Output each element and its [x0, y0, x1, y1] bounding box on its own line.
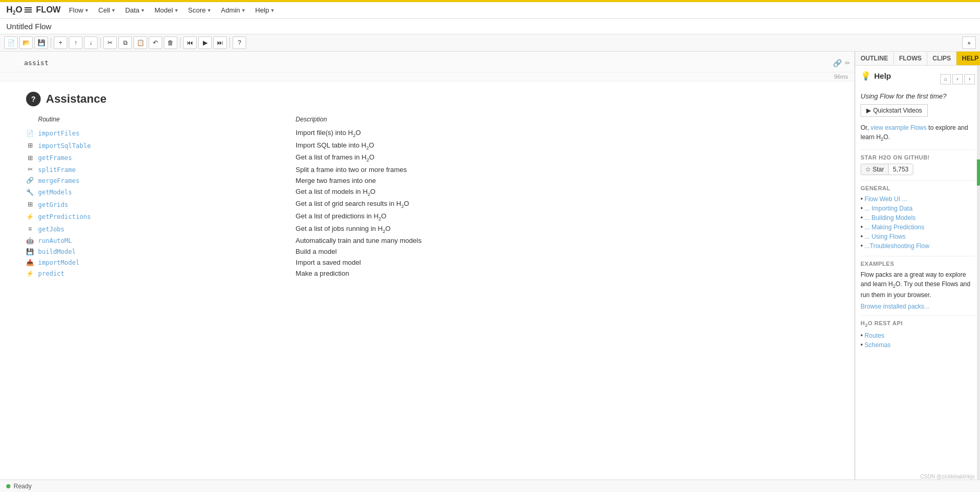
watermark: CSDN @zickkklakkhkjo	[920, 474, 975, 479]
toolbar-open-btn[interactable]: 📂	[19, 36, 33, 49]
api-link-schemas[interactable]: Schemas	[861, 340, 975, 350]
routine-name-cell: importModel	[38, 257, 296, 268]
star-btn[interactable]: ☆ Star	[861, 164, 889, 175]
toolbar-paste-btn[interactable]: 📋	[134, 36, 147, 49]
general-link-0[interactable]: Flow Web UI ...	[861, 194, 975, 204]
toolbar-run-all-btn[interactable]: ⏭	[213, 36, 227, 49]
routine-link[interactable]: mergeFrames	[38, 177, 79, 185]
toolbar-sep-2	[100, 38, 101, 48]
star-box: ☆ Star 5,753	[861, 164, 913, 175]
api-link-routes[interactable]: Routes	[861, 331, 975, 340]
toolbar-help-btn[interactable]: ?	[233, 36, 246, 49]
routine-table: Routine Description 📄importFilesImport f…	[26, 115, 844, 279]
routine-icon-cell: ≡	[26, 223, 38, 236]
routine-link[interactable]: splitFrame	[38, 166, 76, 174]
general-link-3[interactable]: ... Making Predictions	[861, 223, 975, 232]
main: CS assist 🔗 ✏ 96ms ? Assistance	[0, 52, 980, 479]
routine-desc-cell: Get a list of grid search results in H2O	[296, 198, 844, 211]
routine-name-cell: buildModel	[38, 246, 296, 257]
toolbar-sep-1	[51, 38, 51, 48]
cell-edit-icon[interactable]: ✏	[845, 59, 850, 67]
col-desc-header: Description	[296, 115, 844, 127]
toolbar-prev-btn[interactable]: ⏮	[183, 36, 197, 49]
routine-desc-cell: Get a list of jobs running in H2O	[296, 223, 844, 236]
table-row: ⊞importSqlTableImport SQL table into H2O	[26, 140, 844, 152]
browse-link[interactable]: Browse installed packs...	[861, 303, 975, 310]
help-home-btn[interactable]: ⌂	[940, 74, 951, 84]
assistance-title: ? Assistance	[26, 92, 844, 106]
toolbar-undo-btn[interactable]: ↶	[149, 36, 162, 49]
assist-icon: ?	[26, 92, 41, 106]
general-links-list: Flow Web UI ... ... Importing Data ... B…	[861, 194, 975, 251]
toolbar-move-down-btn[interactable]: ↓	[84, 36, 98, 49]
api-section-header: H2O REST API	[861, 315, 975, 328]
routine-icon-cell: 📄	[26, 127, 38, 140]
first-time-text: Using Flow for the first time?	[861, 92, 975, 100]
routine-name-cell: getModels	[38, 186, 296, 199]
view-example-link[interactable]: view example Flows	[870, 124, 926, 131]
table-row: 🔧getModelsGet a list of models in H2O	[26, 186, 844, 199]
cell-link-icon[interactable]: 🔗	[833, 59, 842, 67]
header: H2O FLOW Flow ▼ Cell ▼ Data ▼ Model ▼ Sc…	[0, 2, 980, 19]
routine-name-cell: predict	[38, 268, 296, 279]
toolbar-move-up-btn[interactable]: ↑	[69, 36, 82, 49]
routine-link[interactable]: runAutoML	[38, 237, 72, 244]
table-row: 🤖runAutoMLAutomatically train and tune m…	[26, 235, 844, 246]
help-forward-btn[interactable]: ›	[964, 74, 975, 84]
routine-link[interactable]: importFiles	[38, 130, 79, 137]
routine-link[interactable]: getPredictions	[38, 213, 91, 220]
right-panel: OUTLINE FLOWS CLIPS HELP 💡 Help ⌂ ‹ › Us…	[855, 52, 980, 479]
toolbar-new-btn[interactable]: 📄	[4, 36, 18, 49]
tab-outline[interactable]: OUTLINE	[855, 52, 894, 65]
general-link-5[interactable]: ...Troubleshooting Flow	[861, 241, 975, 251]
tab-clips[interactable]: CLIPS	[927, 52, 957, 65]
col-icon-header	[26, 115, 38, 127]
routine-desc-cell: Import SQL table into H2O	[296, 140, 844, 152]
table-row: ≡getJobsGet a list of jobs running in H2…	[26, 223, 844, 236]
video-icon: ▶	[866, 107, 871, 114]
toolbar-expand-btn[interactable]: »	[962, 36, 976, 49]
nav-data-caret: ▼	[140, 8, 145, 13]
toolbar-save-btn[interactable]: 💾	[34, 36, 48, 49]
logo-flow-text: FLOW	[36, 5, 61, 15]
routine-link[interactable]: predict	[38, 270, 65, 277]
routine-link[interactable]: buildModel	[38, 248, 76, 255]
scrollbar-track[interactable]	[977, 66, 980, 479]
routine-link[interactable]: importModel	[38, 259, 79, 266]
help-back-btn[interactable]: ‹	[952, 74, 963, 84]
general-link-2[interactable]: ... Building Models	[861, 213, 975, 223]
general-link-1[interactable]: ... Importing Data	[861, 204, 975, 213]
routine-link[interactable]: getFrames	[38, 154, 72, 162]
toolbar-copy-btn[interactable]: ⧉	[118, 36, 132, 49]
routine-name-cell: getGrids	[38, 198, 296, 211]
tab-flows[interactable]: FLOWS	[894, 52, 927, 65]
nav-admin[interactable]: Admin ▼	[217, 4, 250, 16]
routine-link[interactable]: getGrids	[38, 201, 68, 208]
star-section-header: STAR H2O ON GITHUB!	[861, 150, 975, 161]
routine-icon-cell: ⚡	[26, 211, 38, 223]
routine-link[interactable]: getJobs	[38, 226, 65, 233]
routine-link[interactable]: getModels	[38, 189, 72, 196]
toolbar-run-btn[interactable]: ▶	[198, 36, 212, 49]
routine-desc-cell: Import file(s) into H2O	[296, 127, 844, 140]
general-link-4[interactable]: ... Using Flows	[861, 232, 975, 241]
routine-icon-cell: 💾	[26, 246, 38, 257]
nav-model[interactable]: Model ▼	[150, 4, 183, 16]
toolbar-add-btn[interactable]: +	[54, 36, 67, 49]
table-row: ⚡predictMake a prediction	[26, 268, 844, 279]
cell-input-text[interactable]: assist	[21, 59, 833, 67]
nav-cell[interactable]: Cell ▼	[94, 4, 120, 16]
nav-flow[interactable]: Flow ▼	[65, 4, 93, 16]
toolbar-delete-btn[interactable]: 🗑	[164, 36, 177, 49]
routine-link[interactable]: importSqlTable	[38, 142, 91, 150]
nav-score[interactable]: Score ▼	[184, 4, 216, 16]
nav-data[interactable]: Data ▼	[121, 4, 149, 16]
routine-icon-cell: ⊞	[26, 140, 38, 152]
nav-help[interactable]: Help ▼	[251, 4, 279, 16]
tab-help[interactable]: HELP	[957, 52, 980, 65]
star-count[interactable]: 5,753	[889, 164, 913, 175]
quickstart-btn[interactable]: ▶ Quickstart Videos	[861, 104, 928, 117]
toolbar-cut-btn[interactable]: ✂	[103, 36, 117, 49]
routine-icon-cell: 🤖	[26, 235, 38, 246]
table-row: 🔗mergeFramesMerge two frames into one	[26, 175, 844, 186]
